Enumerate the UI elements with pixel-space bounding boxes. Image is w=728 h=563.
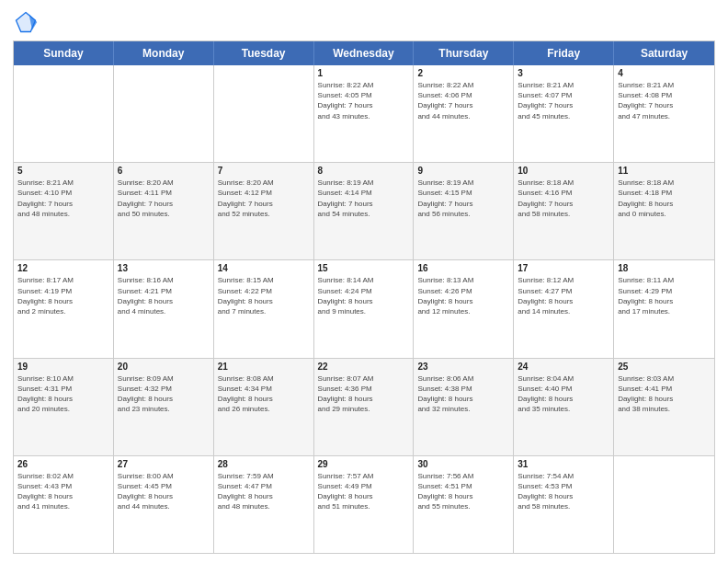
calendar-cell: 4Sunrise: 8:21 AM Sunset: 4:08 PM Daylig… bbox=[614, 65, 714, 162]
day-info: Sunrise: 8:09 AM Sunset: 4:32 PM Dayligh… bbox=[118, 373, 210, 415]
calendar-cell: 3Sunrise: 8:21 AM Sunset: 4:07 PM Daylig… bbox=[514, 65, 614, 162]
calendar-cell: 24Sunrise: 8:04 AM Sunset: 4:40 PM Dayli… bbox=[514, 359, 614, 455]
day-number: 9 bbox=[417, 166, 509, 176]
day-number: 11 bbox=[618, 166, 711, 176]
calendar-cell: 22Sunrise: 8:07 AM Sunset: 4:36 PM Dayli… bbox=[314, 359, 415, 455]
day-number: 21 bbox=[218, 362, 310, 372]
calendar-cell: 18Sunrise: 8:11 AM Sunset: 4:29 PM Dayli… bbox=[614, 260, 714, 357]
day-number: 8 bbox=[318, 166, 410, 176]
day-number: 13 bbox=[118, 263, 210, 273]
day-info: Sunrise: 7:59 AM Sunset: 4:47 PM Dayligh… bbox=[218, 471, 310, 512]
calendar-cell: 25Sunrise: 8:03 AM Sunset: 4:41 PM Dayli… bbox=[614, 359, 714, 455]
day-info: Sunrise: 7:56 AM Sunset: 4:51 PM Dayligh… bbox=[417, 471, 509, 512]
calendar-cell: 14Sunrise: 8:15 AM Sunset: 4:22 PM Dayli… bbox=[214, 260, 314, 357]
day-info: Sunrise: 8:14 AM Sunset: 4:24 PM Dayligh… bbox=[318, 275, 410, 316]
day-number: 12 bbox=[17, 263, 109, 273]
day-info: Sunrise: 8:17 AM Sunset: 4:19 PM Dayligh… bbox=[17, 275, 109, 316]
calendar-cell: 30Sunrise: 7:56 AM Sunset: 4:51 PM Dayli… bbox=[414, 456, 514, 553]
calendar-row: 26Sunrise: 8:02 AM Sunset: 4:43 PM Dayli… bbox=[14, 455, 714, 553]
calendar-cell: 7Sunrise: 8:20 AM Sunset: 4:12 PM Daylig… bbox=[214, 163, 314, 259]
day-info: Sunrise: 8:06 AM Sunset: 4:38 PM Dayligh… bbox=[417, 373, 509, 415]
day-info: Sunrise: 8:20 AM Sunset: 4:11 PM Dayligh… bbox=[118, 178, 210, 219]
calendar-cell: 16Sunrise: 8:13 AM Sunset: 4:26 PM Dayli… bbox=[414, 260, 514, 357]
day-number: 26 bbox=[17, 459, 109, 469]
calendar-cell: 12Sunrise: 8:17 AM Sunset: 4:19 PM Dayli… bbox=[14, 260, 114, 357]
calendar-cell: 19Sunrise: 8:10 AM Sunset: 4:31 PM Dayli… bbox=[14, 359, 114, 455]
day-info: Sunrise: 8:03 AM Sunset: 4:41 PM Dayligh… bbox=[618, 373, 711, 415]
calendar-header-row: SundayMondayTuesdayWednesdayThursdayFrid… bbox=[14, 41, 714, 65]
calendar-header-cell: Friday bbox=[514, 41, 614, 65]
day-info: Sunrise: 8:10 AM Sunset: 4:31 PM Dayligh… bbox=[17, 373, 109, 415]
calendar-header-cell: Monday bbox=[114, 41, 214, 65]
calendar-cell: 26Sunrise: 8:02 AM Sunset: 4:43 PM Dayli… bbox=[14, 456, 114, 553]
day-info: Sunrise: 8:18 AM Sunset: 4:16 PM Dayligh… bbox=[518, 178, 609, 219]
calendar-body: 1Sunrise: 8:22 AM Sunset: 4:05 PM Daylig… bbox=[14, 65, 714, 553]
calendar-cell: 13Sunrise: 8:16 AM Sunset: 4:21 PM Dayli… bbox=[114, 260, 214, 357]
day-info: Sunrise: 8:20 AM Sunset: 4:12 PM Dayligh… bbox=[218, 178, 310, 219]
day-info: Sunrise: 8:22 AM Sunset: 4:06 PM Dayligh… bbox=[417, 80, 509, 121]
day-info: Sunrise: 7:57 AM Sunset: 4:49 PM Dayligh… bbox=[318, 471, 410, 512]
day-info: Sunrise: 8:00 AM Sunset: 4:45 PM Dayligh… bbox=[118, 471, 210, 512]
calendar-cell: 2Sunrise: 8:22 AM Sunset: 4:06 PM Daylig… bbox=[414, 65, 514, 162]
calendar-cell: 31Sunrise: 7:54 AM Sunset: 4:53 PM Dayli… bbox=[514, 456, 614, 553]
day-info: Sunrise: 8:21 AM Sunset: 4:08 PM Dayligh… bbox=[618, 80, 711, 121]
day-number: 1 bbox=[318, 68, 410, 78]
calendar-row: 19Sunrise: 8:10 AM Sunset: 4:31 PM Dayli… bbox=[14, 358, 714, 455]
day-number: 3 bbox=[518, 68, 609, 78]
calendar-cell: 23Sunrise: 8:06 AM Sunset: 4:38 PM Dayli… bbox=[414, 359, 514, 455]
calendar-header-cell: Sunday bbox=[14, 41, 114, 65]
day-info: Sunrise: 8:07 AM Sunset: 4:36 PM Dayligh… bbox=[318, 373, 410, 415]
day-info: Sunrise: 8:11 AM Sunset: 4:29 PM Dayligh… bbox=[618, 275, 711, 316]
day-number: 6 bbox=[118, 166, 210, 176]
calendar-cell: 8Sunrise: 8:19 AM Sunset: 4:14 PM Daylig… bbox=[314, 163, 415, 259]
calendar-cell: 15Sunrise: 8:14 AM Sunset: 4:24 PM Dayli… bbox=[314, 260, 415, 357]
day-info: Sunrise: 7:54 AM Sunset: 4:53 PM Dayligh… bbox=[518, 471, 609, 512]
day-info: Sunrise: 8:21 AM Sunset: 4:10 PM Dayligh… bbox=[17, 178, 109, 219]
day-info: Sunrise: 8:18 AM Sunset: 4:18 PM Dayligh… bbox=[618, 178, 711, 219]
day-info: Sunrise: 8:12 AM Sunset: 4:27 PM Dayligh… bbox=[518, 275, 609, 316]
calendar-header-cell: Thursday bbox=[414, 41, 514, 65]
day-info: Sunrise: 8:16 AM Sunset: 4:21 PM Dayligh… bbox=[118, 275, 210, 316]
page: SundayMondayTuesdayWednesdayThursdayFrid… bbox=[0, 0, 728, 563]
day-number: 16 bbox=[417, 263, 509, 273]
day-number: 4 bbox=[618, 68, 711, 78]
day-info: Sunrise: 8:22 AM Sunset: 4:05 PM Dayligh… bbox=[318, 80, 410, 121]
calendar-cell: 1Sunrise: 8:22 AM Sunset: 4:05 PM Daylig… bbox=[314, 65, 415, 162]
calendar-header-cell: Wednesday bbox=[314, 41, 415, 65]
day-number: 25 bbox=[618, 362, 711, 372]
day-number: 10 bbox=[518, 166, 609, 176]
calendar-cell: 20Sunrise: 8:09 AM Sunset: 4:32 PM Dayli… bbox=[114, 359, 214, 455]
calendar: SundayMondayTuesdayWednesdayThursdayFrid… bbox=[13, 40, 715, 554]
calendar-cell: 17Sunrise: 8:12 AM Sunset: 4:27 PM Dayli… bbox=[514, 260, 614, 357]
header bbox=[13, 9, 715, 35]
calendar-cell: 5Sunrise: 8:21 AM Sunset: 4:10 PM Daylig… bbox=[14, 163, 114, 259]
calendar-header-cell: Tuesday bbox=[214, 41, 314, 65]
day-info: Sunrise: 8:04 AM Sunset: 4:40 PM Dayligh… bbox=[518, 373, 609, 415]
calendar-cell bbox=[614, 456, 714, 553]
calendar-row: 1Sunrise: 8:22 AM Sunset: 4:05 PM Daylig… bbox=[14, 65, 714, 162]
day-number: 31 bbox=[518, 459, 609, 469]
calendar-cell bbox=[14, 65, 114, 162]
day-number: 19 bbox=[17, 362, 109, 372]
day-number: 30 bbox=[417, 459, 509, 469]
day-info: Sunrise: 8:08 AM Sunset: 4:34 PM Dayligh… bbox=[218, 373, 310, 415]
calendar-header-cell: Saturday bbox=[614, 41, 714, 65]
day-number: 15 bbox=[318, 263, 410, 273]
calendar-cell: 11Sunrise: 8:18 AM Sunset: 4:18 PM Dayli… bbox=[614, 163, 714, 259]
calendar-row: 5Sunrise: 8:21 AM Sunset: 4:10 PM Daylig… bbox=[14, 162, 714, 259]
calendar-cell bbox=[214, 65, 314, 162]
day-number: 27 bbox=[118, 459, 210, 469]
day-number: 7 bbox=[218, 166, 310, 176]
day-number: 29 bbox=[318, 459, 410, 469]
day-number: 2 bbox=[417, 68, 509, 78]
day-number: 23 bbox=[417, 362, 509, 372]
day-info: Sunrise: 8:15 AM Sunset: 4:22 PM Dayligh… bbox=[218, 275, 310, 316]
calendar-cell: 21Sunrise: 8:08 AM Sunset: 4:34 PM Dayli… bbox=[214, 359, 314, 455]
day-number: 5 bbox=[17, 166, 109, 176]
day-number: 22 bbox=[318, 362, 410, 372]
day-number: 17 bbox=[518, 263, 609, 273]
calendar-cell bbox=[114, 65, 214, 162]
day-number: 24 bbox=[518, 362, 609, 372]
calendar-cell: 10Sunrise: 8:18 AM Sunset: 4:16 PM Dayli… bbox=[514, 163, 614, 259]
calendar-cell: 29Sunrise: 7:57 AM Sunset: 4:49 PM Dayli… bbox=[314, 456, 415, 553]
